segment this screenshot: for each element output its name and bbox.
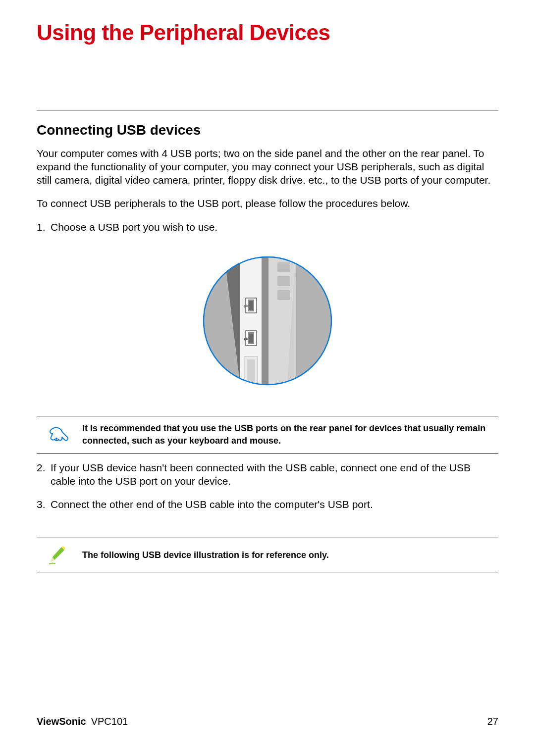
footer-brand: ViewSonic xyxy=(37,716,86,727)
pencil-icon xyxy=(48,544,67,566)
svg-rect-17 xyxy=(249,334,253,343)
svg-text:⇌: ⇌ xyxy=(244,303,248,309)
tip-text: It is recommended that you use the USB p… xyxy=(82,422,498,447)
step-text: If your USB device hasn't been connected… xyxy=(51,462,471,487)
paragraph-intro: Your computer comes with 4 USB ports; tw… xyxy=(37,147,498,187)
note-bottom-rule xyxy=(37,572,498,572)
usb-port-figure: ⇌ ⇌ xyxy=(37,244,498,400)
note-bottom-rule xyxy=(37,454,498,454)
svg-text:⇌: ⇌ xyxy=(244,336,248,342)
step-1: 1.Choose a USB port you wish to use. xyxy=(51,220,498,234)
svg-rect-13 xyxy=(249,301,253,310)
section-heading: Connecting USB devices xyxy=(37,122,498,138)
page-title: Using the Peripheral Devices xyxy=(37,21,498,45)
page-footer: ViewSonicVPC101 27 xyxy=(37,716,498,727)
paragraph-followup: To connect USB peripherals to the USB po… xyxy=(37,197,498,210)
pointing-hand-icon xyxy=(48,424,71,446)
page-number: 27 xyxy=(487,716,498,727)
svg-rect-4 xyxy=(262,244,268,398)
svg-rect-9 xyxy=(277,276,290,286)
svg-rect-10 xyxy=(277,290,290,300)
usb-port-illustration-icon: ⇌ ⇌ xyxy=(203,244,332,398)
tip-note: It is recommended that you use the USB p… xyxy=(37,416,498,454)
step-2: 2.If your USB device hasn't been connect… xyxy=(51,461,498,488)
step-3: 3.Connect the other end of the USB cable… xyxy=(51,498,498,511)
step-text: Connect the other end of the USB cable i… xyxy=(51,499,373,510)
reference-note: The following USB device illustration is… xyxy=(37,538,498,572)
svg-rect-8 xyxy=(277,262,290,272)
svg-rect-7 xyxy=(277,249,290,258)
reference-text: The following USB device illustration is… xyxy=(82,549,498,561)
step-text: Choose a USB port you wish to use. xyxy=(51,221,217,233)
svg-point-22 xyxy=(56,438,57,439)
footer-model: VPC101 xyxy=(91,716,128,727)
